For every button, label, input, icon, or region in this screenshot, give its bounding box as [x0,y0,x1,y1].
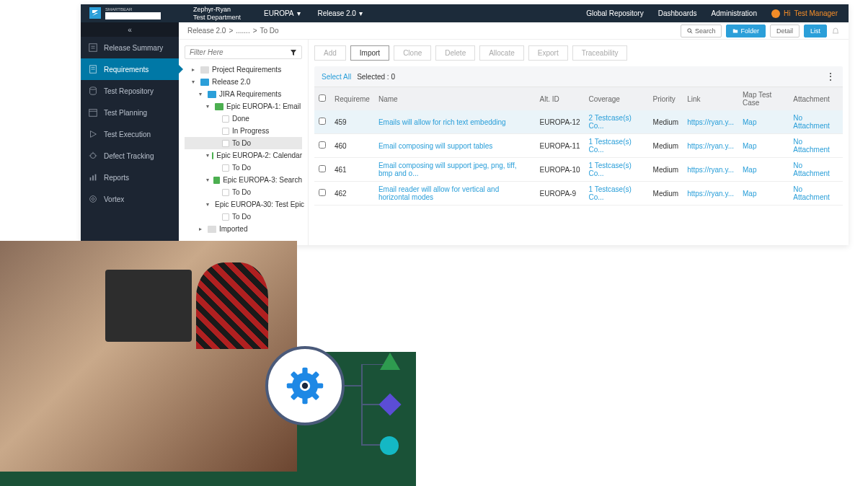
cell-link[interactable]: https://ryan.y... [683,110,738,134]
tree-node-project-requirements[interactable]: ▸Project Requirements [185,63,302,76]
dashboards-link[interactable]: Dashboards [658,9,697,17]
sidebar-collapse[interactable]: « [81,22,179,37]
cell-alt: EUROPA-11 [536,134,585,158]
svg-point-17 [90,196,97,203]
import-button[interactable]: Import [350,45,389,61]
cell-priority: Medium [649,134,683,158]
sidebar-item-test-execution[interactable]: Test Execution [81,123,179,145]
tree-node-to-do[interactable]: To Do [185,137,302,149]
tree-node-release[interactable]: ▾Release 2.0 [185,76,302,88]
tree-node-in-progress[interactable]: In Progress [185,125,302,137]
cell-coverage[interactable]: 2 Testcase(s) Co... [585,110,649,134]
sidebar-item-defect-tracking[interactable]: Defect Tracking [81,145,179,167]
more-icon[interactable]: ⋮ [825,71,836,82]
table-top: Select All Selected : 0 ⋮ [314,66,843,87]
cell-map[interactable]: Map [738,158,789,182]
detail-button[interactable]: Detail [770,25,800,37]
tree-node-epic-30[interactable]: ▾Epic EUROPA-30: Test Epic [185,198,302,211]
breadcrumb-item[interactable]: ....... [236,27,249,35]
sidebar-item-test-repository[interactable]: Test Repository [81,80,179,102]
cell-coverage[interactable]: 1 Testcase(s) Co... [585,158,649,182]
row-checkbox[interactable] [319,118,326,125]
cell-priority: Medium [649,158,683,182]
filter-input[interactable] [185,45,302,59]
col-priority[interactable]: Priority [649,87,683,110]
traceability-button[interactable]: Traceability [572,45,628,61]
cell-link[interactable]: https://ryan.y... [683,134,738,158]
bell-icon[interactable] [831,27,840,35]
col-attachment[interactable]: Attachment [789,87,843,110]
table-row[interactable]: 461 Email composing will support jpeg, p… [314,158,843,182]
cell-name[interactable]: Emails will allow for rich text embeddin… [374,110,536,134]
chevron-down-icon: ▾ [297,9,301,17]
select-all-checkbox[interactable] [319,94,326,102]
tree-node-epic-2[interactable]: ▾Epic EUROPA-2: Calendar [185,149,302,162]
vortex-icon [88,194,98,204]
sidebar-item-release-summary[interactable]: Release Summary [81,37,179,58]
folder-button[interactable]: Folder [726,25,766,37]
sidebar-item-label: Defect Tracking [104,152,154,160]
tree-node-epic-3[interactable]: ▾Epic EUROPA-3: Search [185,174,302,186]
cell-link[interactable]: https://ryan.y... [683,182,738,206]
list-button[interactable]: List [804,25,827,37]
logo[interactable]: SMARTBEAR Zephyr Enterprise [81,7,179,19]
user-menu[interactable]: Hi Test Manager [771,9,838,18]
tree-node-to-do[interactable]: To Do [185,186,302,198]
cell-coverage[interactable]: 1 Testcase(s) Co... [585,182,649,206]
filter-field[interactable] [190,48,290,56]
administration-link[interactable]: Administration [712,9,757,17]
add-button[interactable]: Add [314,45,346,61]
select-all-link[interactable]: Select All [322,73,351,81]
cell-map[interactable]: Map [738,182,789,206]
sidebar-item-reports[interactable]: Reports [81,167,179,188]
project-dropdown[interactable]: EUROPA ▾ [255,9,309,17]
table-row[interactable]: 460 Email composing will support tables … [314,134,843,158]
tree-node-epic-1[interactable]: ▾Epic EUROPA-1: Email [185,100,302,112]
decorative-photo [0,241,297,472]
release-dropdown[interactable]: Release 2.0 ▾ [309,9,371,17]
cell-link[interactable]: https://ryan.y... [683,158,738,182]
row-checkbox[interactable] [319,165,326,172]
allocate-button[interactable]: Allocate [479,45,524,61]
sidebar-item-vortex[interactable]: Vortex [81,188,179,210]
export-button[interactable]: Export [528,45,568,61]
cell-name[interactable]: Email reader will allow for vertical and… [374,182,536,206]
svg-rect-23 [302,397,307,405]
delete-button[interactable]: Delete [435,45,475,61]
col-link[interactable]: Link [683,87,738,110]
table-row[interactable]: 462 Email reader will allow for vertical… [314,182,843,206]
tree-node-imported[interactable]: ▸Imported [185,223,302,235]
col-coverage[interactable]: Coverage [585,87,649,110]
cell-alt: EUROPA-12 [536,110,585,134]
col-requirement[interactable]: Requireme [330,87,374,110]
row-checkbox[interactable] [319,189,326,196]
table-row[interactable]: 459 Emails will allow for rich text embe… [314,110,843,134]
department: Zephyr-Ryan Test Department [179,6,255,22]
cell-name[interactable]: Email composing will support jpeg, png, … [374,158,536,182]
breadcrumb-item[interactable]: Release 2.0 [187,27,226,35]
col-map[interactable]: Map Test Case [738,87,789,110]
col-alt-id[interactable]: Alt. ID [536,87,585,110]
cell-attachment[interactable]: No Attachment [789,110,843,134]
cell-attachment[interactable]: No Attachment [789,158,843,182]
tree-node-to-do[interactable]: To Do [185,211,302,223]
sidebar-item-requirements[interactable]: Requirements [81,58,179,80]
tree-node-done[interactable]: Done [185,112,302,125]
tree-node-jira-requirements[interactable]: ▾JIRA Requirements [185,88,302,100]
cell-map[interactable]: Map [738,134,789,158]
tree-node-to-do[interactable]: To Do [185,162,302,174]
row-checkbox[interactable] [319,141,326,149]
cell-coverage[interactable]: 1 Testcase(s) Co... [585,134,649,158]
global-repository-link[interactable]: Global Repository [586,9,643,17]
breadcrumb: Release 2.0 > ....... > To Do Search Fol… [179,22,849,40]
cell-map[interactable]: Map [738,110,789,134]
sidebar-item-test-planning[interactable]: Test Planning [81,102,179,123]
col-name[interactable]: Name [374,87,536,110]
cell-attachment[interactable]: No Attachment [789,134,843,158]
search-button[interactable]: Search [681,25,722,37]
cell-attachment[interactable]: No Attachment [789,182,843,206]
action-bar: Add Import Clone Delete Allocate Export … [314,45,843,61]
requirements-icon [88,64,98,74]
clone-button[interactable]: Clone [394,45,431,61]
cell-name[interactable]: Email composing will support tables [374,134,536,158]
